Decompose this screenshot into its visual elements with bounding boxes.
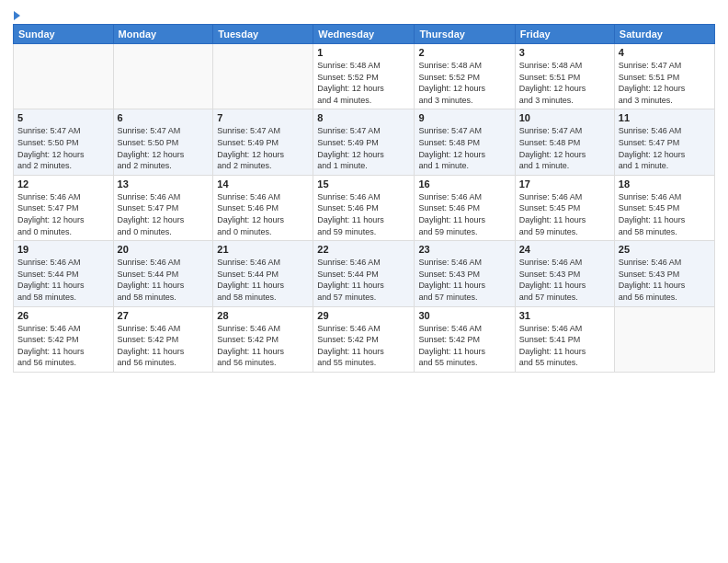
day-number: 18: [619, 178, 711, 190]
weekday-header: Wednesday: [313, 25, 415, 44]
day-number: 2: [418, 47, 510, 58]
weekday-header: Saturday: [614, 25, 714, 44]
day-number: 30: [418, 310, 510, 321]
day-number: 12: [17, 178, 109, 190]
day-number: 13: [118, 178, 210, 190]
calendar-cell: 14Sunrise: 5:46 AM Sunset: 5:46 PM Dayli…: [213, 175, 313, 240]
day-number: 11: [619, 112, 711, 123]
calendar-week-row: 5Sunrise: 5:47 AM Sunset: 5:50 PM Daylig…: [14, 109, 715, 175]
day-number: 4: [619, 47, 711, 58]
day-info: Sunrise: 5:47 AM Sunset: 5:49 PM Dayligh…: [217, 125, 309, 171]
calendar-cell: 21Sunrise: 5:46 AM Sunset: 5:44 PM Dayli…: [213, 241, 313, 306]
day-info: Sunrise: 5:46 AM Sunset: 5:41 PM Dayligh…: [519, 323, 610, 369]
day-info: Sunrise: 5:46 AM Sunset: 5:43 PM Dayligh…: [519, 257, 610, 303]
day-info: Sunrise: 5:46 AM Sunset: 5:44 PM Dayligh…: [317, 257, 410, 303]
calendar-cell: 31Sunrise: 5:46 AM Sunset: 5:41 PM Dayli…: [515, 306, 614, 372]
calendar-cell: 2Sunrise: 5:48 AM Sunset: 5:52 PM Daylig…: [415, 44, 515, 109]
day-info: Sunrise: 5:48 AM Sunset: 5:52 PM Dayligh…: [317, 60, 410, 106]
day-number: 7: [217, 112, 309, 123]
calendar-cell: 10Sunrise: 5:47 AM Sunset: 5:48 PM Dayli…: [515, 109, 614, 175]
calendar-cell: 28Sunrise: 5:46 AM Sunset: 5:42 PM Dayli…: [213, 306, 313, 372]
day-info: Sunrise: 5:47 AM Sunset: 5:48 PM Dayligh…: [519, 125, 610, 171]
day-number: 27: [118, 310, 210, 321]
calendar-cell: 6Sunrise: 5:47 AM Sunset: 5:50 PM Daylig…: [113, 109, 213, 175]
day-number: 22: [317, 244, 410, 255]
day-number: 20: [118, 244, 210, 255]
calendar-cell: [14, 44, 114, 109]
calendar-cell: 25Sunrise: 5:46 AM Sunset: 5:43 PM Dayli…: [614, 241, 714, 306]
day-number: 21: [217, 244, 309, 255]
calendar-cell: 1Sunrise: 5:48 AM Sunset: 5:52 PM Daylig…: [313, 44, 415, 109]
calendar-cell: 5Sunrise: 5:47 AM Sunset: 5:50 PM Daylig…: [14, 109, 114, 175]
calendar-cell: 9Sunrise: 5:47 AM Sunset: 5:48 PM Daylig…: [415, 109, 515, 175]
day-info: Sunrise: 5:48 AM Sunset: 5:52 PM Dayligh…: [418, 60, 510, 106]
calendar-cell: 23Sunrise: 5:46 AM Sunset: 5:43 PM Dayli…: [415, 241, 515, 306]
calendar-week-row: 1Sunrise: 5:48 AM Sunset: 5:52 PM Daylig…: [14, 44, 715, 109]
day-number: 16: [418, 178, 510, 190]
day-number: 8: [317, 112, 410, 123]
calendar-cell: 8Sunrise: 5:47 AM Sunset: 5:49 PM Daylig…: [313, 109, 415, 175]
day-info: Sunrise: 5:46 AM Sunset: 5:44 PM Dayligh…: [217, 257, 309, 303]
day-info: Sunrise: 5:46 AM Sunset: 5:42 PM Dayligh…: [317, 323, 410, 369]
day-number: 17: [519, 178, 610, 190]
day-info: Sunrise: 5:46 AM Sunset: 5:46 PM Dayligh…: [418, 191, 510, 237]
day-info: Sunrise: 5:46 AM Sunset: 5:43 PM Dayligh…: [619, 257, 711, 303]
weekday-header: Friday: [515, 25, 614, 44]
logo-triangle-icon: [14, 11, 20, 20]
calendar-cell: 18Sunrise: 5:46 AM Sunset: 5:45 PM Dayli…: [614, 175, 714, 240]
day-info: Sunrise: 5:46 AM Sunset: 5:42 PM Dayligh…: [418, 323, 510, 369]
calendar-week-row: 12Sunrise: 5:46 AM Sunset: 5:47 PM Dayli…: [14, 175, 715, 240]
page-header: [13, 9, 715, 20]
calendar-table: SundayMondayTuesdayWednesdayThursdayFrid…: [13, 24, 715, 373]
calendar-week-row: 26Sunrise: 5:46 AM Sunset: 5:42 PM Dayli…: [14, 306, 715, 372]
calendar-cell: [113, 44, 213, 109]
day-info: Sunrise: 5:46 AM Sunset: 5:42 PM Dayligh…: [17, 323, 109, 369]
day-info: Sunrise: 5:47 AM Sunset: 5:50 PM Dayligh…: [118, 125, 210, 171]
day-info: Sunrise: 5:47 AM Sunset: 5:51 PM Dayligh…: [619, 60, 711, 106]
calendar-cell: 4Sunrise: 5:47 AM Sunset: 5:51 PM Daylig…: [614, 44, 714, 109]
calendar-cell: 26Sunrise: 5:46 AM Sunset: 5:42 PM Dayli…: [14, 306, 114, 372]
calendar-cell: 11Sunrise: 5:46 AM Sunset: 5:47 PM Dayli…: [614, 109, 714, 175]
weekday-header: Monday: [113, 25, 213, 44]
day-info: Sunrise: 5:46 AM Sunset: 5:43 PM Dayligh…: [418, 257, 510, 303]
calendar-cell: 7Sunrise: 5:47 AM Sunset: 5:49 PM Daylig…: [213, 109, 313, 175]
calendar-cell: 3Sunrise: 5:48 AM Sunset: 5:51 PM Daylig…: [515, 44, 614, 109]
day-info: Sunrise: 5:46 AM Sunset: 5:47 PM Dayligh…: [619, 125, 711, 171]
calendar-cell: [614, 306, 714, 372]
day-info: Sunrise: 5:46 AM Sunset: 5:46 PM Dayligh…: [217, 191, 309, 237]
day-number: 29: [317, 310, 410, 321]
logo: [13, 9, 20, 20]
day-info: Sunrise: 5:46 AM Sunset: 5:47 PM Dayligh…: [17, 191, 109, 237]
day-number: 3: [519, 47, 610, 58]
calendar-cell: [213, 44, 313, 109]
day-info: Sunrise: 5:46 AM Sunset: 5:42 PM Dayligh…: [217, 323, 309, 369]
day-number: 5: [17, 112, 109, 123]
calendar-page: SundayMondayTuesdayWednesdayThursdayFrid…: [0, 0, 728, 563]
weekday-header-row: SundayMondayTuesdayWednesdayThursdayFrid…: [14, 25, 715, 44]
weekday-header: Sunday: [14, 25, 114, 44]
day-number: 14: [217, 178, 309, 190]
day-number: 25: [619, 244, 711, 255]
day-number: 23: [418, 244, 510, 255]
day-info: Sunrise: 5:48 AM Sunset: 5:51 PM Dayligh…: [519, 60, 610, 106]
calendar-cell: 19Sunrise: 5:46 AM Sunset: 5:44 PM Dayli…: [14, 241, 114, 306]
day-number: 19: [17, 244, 109, 255]
calendar-week-row: 19Sunrise: 5:46 AM Sunset: 5:44 PM Dayli…: [14, 241, 715, 306]
day-number: 31: [519, 310, 610, 321]
day-number: 9: [418, 112, 510, 123]
day-number: 10: [519, 112, 610, 123]
calendar-cell: 13Sunrise: 5:46 AM Sunset: 5:47 PM Dayli…: [113, 175, 213, 240]
day-info: Sunrise: 5:47 AM Sunset: 5:50 PM Dayligh…: [17, 125, 109, 171]
calendar-cell: 12Sunrise: 5:46 AM Sunset: 5:47 PM Dayli…: [14, 175, 114, 240]
calendar-cell: 22Sunrise: 5:46 AM Sunset: 5:44 PM Dayli…: [313, 241, 415, 306]
day-number: 1: [317, 47, 410, 58]
calendar-cell: 20Sunrise: 5:46 AM Sunset: 5:44 PM Dayli…: [113, 241, 213, 306]
calendar-cell: 16Sunrise: 5:46 AM Sunset: 5:46 PM Dayli…: [415, 175, 515, 240]
calendar-cell: 24Sunrise: 5:46 AM Sunset: 5:43 PM Dayli…: [515, 241, 614, 306]
day-info: Sunrise: 5:46 AM Sunset: 5:47 PM Dayligh…: [118, 191, 210, 237]
weekday-header: Tuesday: [213, 25, 313, 44]
day-number: 15: [317, 178, 410, 190]
day-info: Sunrise: 5:46 AM Sunset: 5:44 PM Dayligh…: [118, 257, 210, 303]
calendar-cell: 27Sunrise: 5:46 AM Sunset: 5:42 PM Dayli…: [113, 306, 213, 372]
day-info: Sunrise: 5:46 AM Sunset: 5:44 PM Dayligh…: [17, 257, 109, 303]
